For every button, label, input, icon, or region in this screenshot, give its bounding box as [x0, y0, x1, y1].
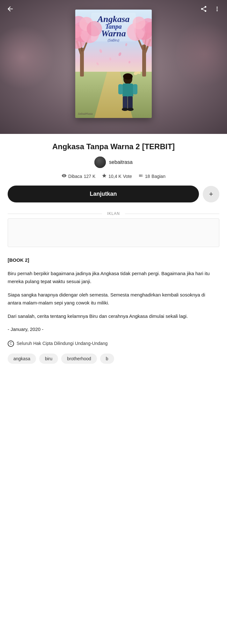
- date-line: - January, 2020 -: [8, 325, 219, 333]
- ad-line-left: [8, 214, 102, 214]
- continue-button[interactable]: Lanjutkan: [8, 186, 199, 202]
- svg-point-38: [127, 108, 134, 111]
- description-section: [BOOK 2] Biru pernah berpikir bagaimana …: [8, 256, 219, 347]
- back-button[interactable]: [6, 5, 14, 13]
- eye-icon: [62, 173, 67, 179]
- svg-rect-36: [128, 96, 133, 109]
- book-tag: [BOOK 2]: [8, 256, 219, 264]
- parts-stat: 18 Bagian: [138, 173, 165, 179]
- author-name: sebaitrasa: [109, 159, 133, 165]
- share-button[interactable]: [200, 5, 207, 12]
- votes-value: 10,4 K: [108, 174, 121, 179]
- copyright-text: Seluruh Hak Cipta Dilindungi Undang-Unda…: [17, 340, 108, 348]
- star-icon: [102, 173, 107, 179]
- desc-paragraph-2: Siapa sangka harapnya didengar oleh seme…: [8, 291, 219, 307]
- add-button[interactable]: +: [203, 186, 219, 202]
- parts-label: Bagian: [151, 174, 165, 179]
- content-area: Angkasa Tanpa Warna 2 [TERBIT] sebaitras…: [0, 134, 227, 380]
- parts-value: 18: [145, 174, 150, 179]
- nav-right-icons: [200, 5, 221, 12]
- svg-point-31: [123, 73, 133, 80]
- book-cover: Angkasa Tanpa Warna (SaBiru) SebaitRasa: [75, 10, 152, 118]
- top-nav: [0, 0, 227, 18]
- reads-label: Dibaca: [68, 174, 82, 179]
- ad-section: IKLAN: [8, 211, 219, 247]
- author-row: sebaitrasa: [8, 157, 219, 168]
- tag-b[interactable]: b: [100, 354, 114, 364]
- ad-label-row: IKLAN: [8, 211, 219, 216]
- book-title: Angkasa Tanpa Warna 2 [TERBIT]: [8, 142, 219, 151]
- app-container: Angkasa Tanpa Warna (SaBiru) SebaitRasa …: [0, 0, 227, 380]
- ad-line-right: [125, 214, 219, 214]
- tags-row: angkasa biru brotherhood b: [8, 354, 219, 370]
- desc-paragraph-3: Dari sanalah, cerita tentang kelamnya Bi…: [8, 312, 219, 320]
- action-row: Lanjutkan +: [8, 186, 219, 202]
- votes-label: Vote: [123, 174, 132, 179]
- copyright-icon: C: [8, 340, 14, 347]
- svg-rect-32: [122, 84, 133, 97]
- votes-stat: 10,4 K Vote: [102, 173, 132, 179]
- more-options-button[interactable]: [214, 5, 221, 12]
- svg-rect-35: [123, 96, 128, 109]
- copyright-row: C Seluruh Hak Cipta Dilindungi Undang-Un…: [8, 340, 219, 348]
- ad-label: IKLAN: [107, 211, 120, 216]
- desc-paragraph-1: Biru pernah berpikir bagaimana jadinya j…: [8, 269, 219, 286]
- tag-angkasa[interactable]: angkasa: [8, 354, 36, 364]
- author-avatar: [94, 157, 106, 168]
- reads-value: 127 K: [84, 174, 96, 179]
- cover-watermark: SebaitRasa: [78, 112, 93, 115]
- list-icon: [138, 173, 143, 179]
- svg-rect-33: [118, 84, 123, 94]
- tag-brotherhood[interactable]: brotherhood: [61, 354, 97, 364]
- book-cover-container: Angkasa Tanpa Warna (SaBiru) SebaitRasa: [75, 10, 152, 118]
- stats-row: Dibaca 127 K 10,4 K Vote 18: [8, 173, 219, 179]
- svg-rect-34: [133, 84, 137, 94]
- ad-box: [8, 218, 219, 247]
- tag-biru[interactable]: biru: [39, 354, 58, 364]
- hero-section: Angkasa Tanpa Warna (SaBiru) SebaitRasa: [0, 0, 227, 134]
- reads-stat: Dibaca 127 K: [62, 173, 95, 179]
